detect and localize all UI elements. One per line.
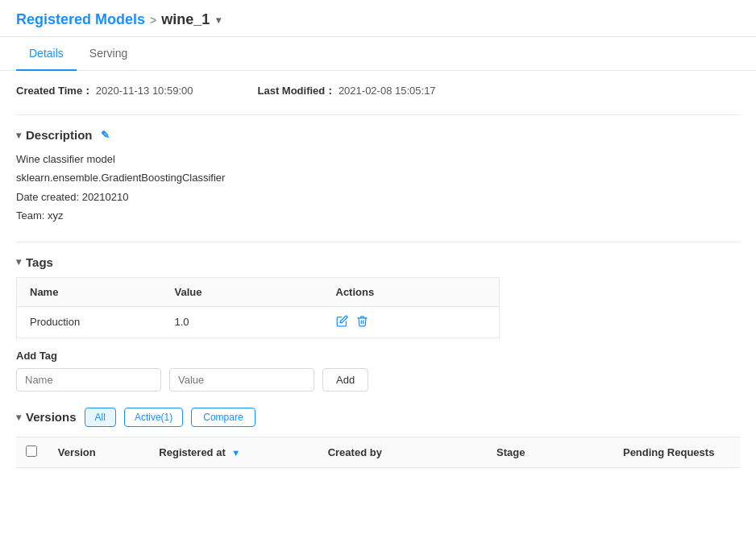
col-registered-label: Registered at (159, 446, 225, 458)
main-content: Created Time： 2020-11-13 10:59:00 Last M… (0, 71, 756, 481)
breadcrumb: Registered Models > wine_1 ▾ (16, 11, 740, 28)
col-registered-header[interactable]: Registered at ▼ (149, 437, 318, 467)
description-body: Wine classifier model sklearn.ensemble.G… (16, 150, 740, 226)
versions-title: ▾ Versions (16, 410, 77, 424)
col-stage-header: Stage (487, 437, 613, 467)
col-version-header: Version (48, 437, 150, 467)
modified-label: Last Modified： (257, 85, 335, 97)
tags-table: Name Value Actions Production 1.0 (16, 277, 500, 338)
add-tag-label: Add Tag (16, 350, 740, 362)
sort-registered-icon[interactable]: ▼ (231, 448, 240, 458)
modified-value: 2021-02-08 15:05:17 (339, 85, 436, 97)
add-tag-button[interactable]: Add (322, 368, 368, 392)
versions-table-header-row: Version Registered at ▼ Created by Stage… (16, 437, 740, 467)
desc-line-4: Team: xyz (16, 206, 740, 225)
desc-line-2: sklearn.ensemble.GradientBoostingClassif… (16, 168, 740, 187)
filter-active-button[interactable]: Active(1) (124, 408, 183, 427)
tag-value: 1.0 (162, 306, 323, 338)
tags-section: ▾ Tags Name Value Actions Production 1.0 (16, 255, 740, 392)
tags-header: ▾ Tags (16, 255, 740, 269)
tags-toggle[interactable]: ▾ (16, 256, 21, 267)
created-time: Created Time： 2020-11-13 10:59:00 (16, 84, 193, 98)
breadcrumb-parent[interactable]: Registered Models (16, 11, 145, 28)
tag-name: Production (17, 306, 162, 338)
tabs: Details Serving (16, 37, 740, 70)
add-tag-section: Add Tag Add (16, 350, 740, 392)
tab-serving[interactable]: Serving (77, 37, 140, 71)
tab-details[interactable]: Details (16, 37, 77, 71)
versions-section: ▾ Versions All Active(1) Compare Version… (16, 408, 740, 468)
tag-value-input[interactable] (169, 368, 314, 392)
desc-line-1: Wine classifier model (16, 150, 740, 168)
modified-time: Last Modified： 2021-02-08 15:05:17 (257, 84, 435, 98)
meta-row: Created Time： 2020-11-13 10:59:00 Last M… (16, 84, 740, 98)
col-created-header: Created by (318, 437, 487, 467)
filter-all-button[interactable]: All (85, 408, 116, 427)
versions-table: Version Registered at ▼ Created by Stage… (16, 437, 740, 468)
description-toggle[interactable]: ▾ (16, 130, 21, 141)
tags-table-header-row: Name Value Actions (17, 277, 500, 306)
description-edit-icon[interactable]: ✎ (101, 129, 110, 141)
desc-line-3: Date created: 20210210 (16, 188, 740, 206)
col-pending-header: Pending Requests (613, 437, 740, 467)
tag-row: Production 1.0 (17, 306, 500, 338)
breadcrumb-separator: > (150, 14, 156, 27)
page-header: Registered Models > wine_1 ▾ (0, 0, 756, 37)
add-tag-row: Add (16, 368, 740, 392)
breadcrumb-current: wine_1 (161, 11, 210, 28)
divider-1 (16, 114, 740, 115)
col-checkbox (16, 437, 48, 467)
select-all-checkbox[interactable] (26, 445, 37, 457)
col-value: Value (162, 277, 323, 306)
created-label: Created Time： (16, 85, 93, 97)
divider-2 (16, 242, 740, 242)
description-header: ▾ Description ✎ (16, 128, 740, 142)
col-name: Name (17, 277, 162, 306)
compare-button[interactable]: Compare (191, 408, 255, 427)
versions-toggle[interactable]: ▾ (16, 412, 21, 423)
tabs-container: Details Serving (0, 37, 756, 71)
tag-name-input[interactable] (16, 368, 161, 392)
col-actions: Actions (323, 277, 500, 306)
delete-tag-button[interactable] (356, 315, 368, 329)
tag-actions (323, 306, 500, 338)
description-title: Description (26, 128, 93, 142)
edit-tag-button[interactable] (336, 315, 348, 329)
breadcrumb-dropdown-icon[interactable]: ▾ (216, 15, 221, 26)
tags-title: Tags (26, 255, 53, 269)
created-value: 2020-11-13 10:59:00 (96, 85, 193, 97)
action-icons (336, 315, 487, 329)
description-section: ▾ Description ✎ Wine classifier model sk… (16, 128, 740, 226)
versions-label: Versions (26, 410, 77, 424)
versions-header: ▾ Versions All Active(1) Compare (16, 408, 740, 427)
